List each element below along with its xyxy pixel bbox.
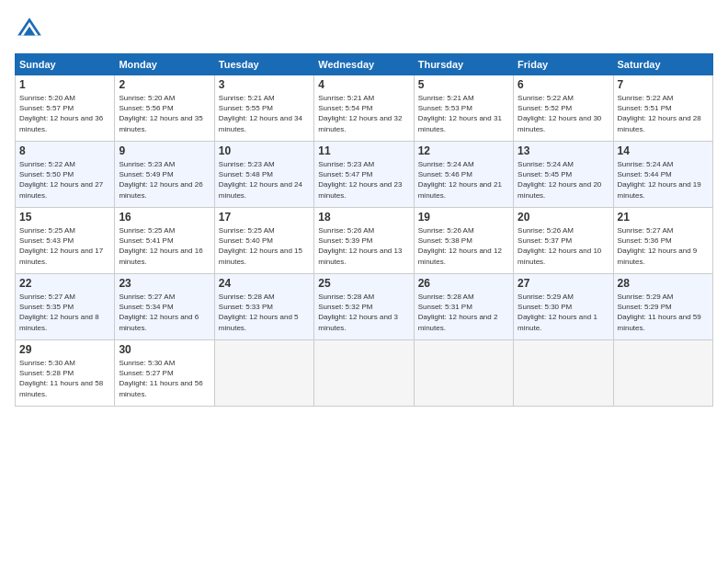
sunset-label: Sunset: 5:56 PM: [119, 104, 173, 112]
sunrise-label: Sunrise: 5:25 AM: [219, 226, 275, 235]
sunrise-label: Sunrise: 5:30 AM: [19, 359, 75, 367]
sunset-label: Sunset: 5:44 PM: [618, 170, 672, 178]
col-thursday: Thursday: [414, 54, 513, 75]
table-row: 23 Sunrise: 5:27 AM Sunset: 5:34 PM Dayl…: [115, 274, 214, 340]
daylight-label: Daylight: 12 hours and 5 minutes.: [219, 313, 299, 331]
daylight-label: Daylight: 12 hours and 31 minutes.: [418, 114, 502, 132]
table-row: 30 Sunrise: 5:30 AM Sunset: 5:27 PM Dayl…: [115, 340, 214, 407]
col-saturday: Saturday: [613, 54, 712, 75]
sunrise-label: Sunrise: 5:29 AM: [518, 293, 574, 301]
day-info: Sunrise: 5:27 AM Sunset: 5:35 PM Dayligh…: [19, 292, 110, 333]
daylight-label: Daylight: 12 hours and 35 minutes.: [119, 114, 202, 132]
day-number: 8: [19, 144, 110, 157]
daylight-label: Daylight: 11 hours and 59 minutes.: [618, 313, 701, 331]
sunrise-label: Sunrise: 5:30 AM: [119, 359, 175, 367]
sunrise-label: Sunrise: 5:25 AM: [119, 226, 175, 235]
daylight-label: Daylight: 12 hours and 26 minutes.: [119, 180, 202, 199]
day-number: 25: [318, 277, 409, 290]
day-number: 9: [119, 144, 210, 157]
daylight-label: Daylight: 11 hours and 58 minutes.: [19, 379, 103, 397]
table-row: 17 Sunrise: 5:25 AM Sunset: 5:40 PM Dayl…: [214, 208, 313, 274]
day-number: 24: [219, 277, 310, 290]
sunrise-label: Sunrise: 5:24 AM: [418, 160, 474, 168]
header: [15, 15, 713, 44]
day-info: Sunrise: 5:29 AM Sunset: 5:29 PM Dayligh…: [618, 292, 709, 333]
day-number: 23: [119, 277, 210, 290]
day-info: Sunrise: 5:28 AM Sunset: 5:32 PM Dayligh…: [318, 292, 409, 333]
col-wednesday: Wednesday: [314, 54, 414, 75]
table-row: [414, 340, 513, 407]
sunset-label: Sunset: 5:45 PM: [518, 170, 572, 178]
sunset-label: Sunset: 5:57 PM: [19, 104, 74, 112]
day-number: 28: [618, 277, 709, 290]
sunset-label: Sunset: 5:43 PM: [19, 236, 74, 245]
sunset-label: Sunset: 5:55 PM: [219, 104, 273, 112]
sunrise-label: Sunrise: 5:29 AM: [618, 293, 674, 301]
daylight-label: Daylight: 12 hours and 32 minutes.: [318, 114, 402, 132]
sunrise-label: Sunrise: 5:23 AM: [219, 160, 275, 168]
daylight-label: Daylight: 12 hours and 19 minutes.: [618, 180, 701, 199]
table-row: 12 Sunrise: 5:24 AM Sunset: 5:46 PM Dayl…: [414, 142, 513, 208]
table-row: 9 Sunrise: 5:23 AM Sunset: 5:49 PM Dayli…: [115, 142, 214, 208]
sunset-label: Sunset: 5:37 PM: [518, 236, 572, 245]
col-monday: Monday: [115, 54, 214, 75]
calendar-week-row: 8 Sunrise: 5:22 AM Sunset: 5:50 PM Dayli…: [16, 142, 713, 208]
table-row: 28 Sunrise: 5:29 AM Sunset: 5:29 PM Dayl…: [613, 274, 712, 340]
day-number: 16: [119, 211, 210, 224]
sunset-label: Sunset: 5:29 PM: [618, 303, 672, 311]
day-info: Sunrise: 5:21 AM Sunset: 5:55 PM Dayligh…: [219, 93, 310, 134]
col-friday: Friday: [514, 54, 613, 75]
sunset-label: Sunset: 5:50 PM: [19, 170, 74, 178]
day-number: 14: [618, 144, 709, 157]
table-row: [214, 340, 313, 407]
table-row: 3 Sunrise: 5:21 AM Sunset: 5:55 PM Dayli…: [214, 75, 313, 142]
day-number: 2: [119, 78, 210, 91]
day-number: 11: [318, 144, 409, 157]
day-number: 13: [518, 144, 609, 157]
day-info: Sunrise: 5:26 AM Sunset: 5:39 PM Dayligh…: [318, 225, 409, 267]
sunrise-label: Sunrise: 5:27 AM: [119, 293, 175, 301]
day-number: 5: [418, 78, 509, 91]
sunset-label: Sunset: 5:27 PM: [119, 369, 173, 377]
day-info: Sunrise: 5:24 AM Sunset: 5:44 PM Dayligh…: [618, 159, 709, 201]
sunrise-label: Sunrise: 5:27 AM: [618, 226, 674, 235]
table-row: 19 Sunrise: 5:26 AM Sunset: 5:38 PM Dayl…: [414, 208, 513, 274]
table-row: 20 Sunrise: 5:26 AM Sunset: 5:37 PM Dayl…: [514, 208, 613, 274]
day-number: 6: [518, 78, 609, 91]
day-number: 30: [119, 343, 210, 356]
sunrise-label: Sunrise: 5:28 AM: [418, 293, 474, 301]
sunrise-label: Sunrise: 5:28 AM: [219, 293, 275, 301]
sunset-label: Sunset: 5:39 PM: [318, 236, 372, 245]
daylight-label: Daylight: 12 hours and 34 minutes.: [219, 114, 302, 132]
daylight-label: Daylight: 12 hours and 28 minutes.: [618, 114, 701, 132]
day-info: Sunrise: 5:29 AM Sunset: 5:30 PM Dayligh…: [518, 292, 609, 333]
day-info: Sunrise: 5:25 AM Sunset: 5:43 PM Dayligh…: [19, 225, 110, 267]
day-info: Sunrise: 5:22 AM Sunset: 5:52 PM Dayligh…: [518, 93, 609, 134]
daylight-label: Daylight: 12 hours and 15 minutes.: [219, 247, 302, 265]
daylight-label: Daylight: 12 hours and 27 minutes.: [19, 180, 103, 199]
sunset-label: Sunset: 5:34 PM: [119, 303, 173, 311]
table-row: 13 Sunrise: 5:24 AM Sunset: 5:45 PM Dayl…: [514, 142, 613, 208]
table-row: 15 Sunrise: 5:25 AM Sunset: 5:43 PM Dayl…: [16, 208, 115, 274]
table-row: 25 Sunrise: 5:28 AM Sunset: 5:32 PM Dayl…: [314, 274, 414, 340]
table-row: 8 Sunrise: 5:22 AM Sunset: 5:50 PM Dayli…: [16, 142, 115, 208]
daylight-label: Daylight: 12 hours and 23 minutes.: [318, 180, 402, 199]
sunset-label: Sunset: 5:38 PM: [418, 236, 472, 245]
sunrise-label: Sunrise: 5:26 AM: [518, 226, 574, 235]
sunrise-label: Sunrise: 5:21 AM: [219, 94, 275, 102]
daylight-label: Daylight: 12 hours and 3 minutes.: [318, 313, 398, 331]
daylight-label: Daylight: 12 hours and 10 minutes.: [518, 247, 601, 265]
daylight-label: Daylight: 12 hours and 17 minutes.: [19, 247, 103, 265]
header-row: Sunday Monday Tuesday Wednesday Thursday…: [16, 54, 713, 75]
daylight-label: Daylight: 12 hours and 21 minutes.: [418, 180, 502, 199]
sunset-label: Sunset: 5:41 PM: [119, 236, 173, 245]
day-info: Sunrise: 5:30 AM Sunset: 5:28 PM Dayligh…: [19, 358, 110, 399]
table-row: 18 Sunrise: 5:26 AM Sunset: 5:39 PM Dayl…: [314, 208, 414, 274]
calendar-week-row: 29 Sunrise: 5:30 AM Sunset: 5:28 PM Dayl…: [16, 340, 713, 407]
daylight-label: Daylight: 12 hours and 30 minutes.: [518, 114, 601, 132]
daylight-label: Daylight: 12 hours and 6 minutes.: [119, 313, 199, 331]
day-number: 21: [618, 211, 709, 224]
sunrise-label: Sunrise: 5:22 AM: [618, 94, 674, 102]
sunrise-label: Sunrise: 5:23 AM: [318, 160, 374, 168]
day-number: 26: [418, 277, 509, 290]
